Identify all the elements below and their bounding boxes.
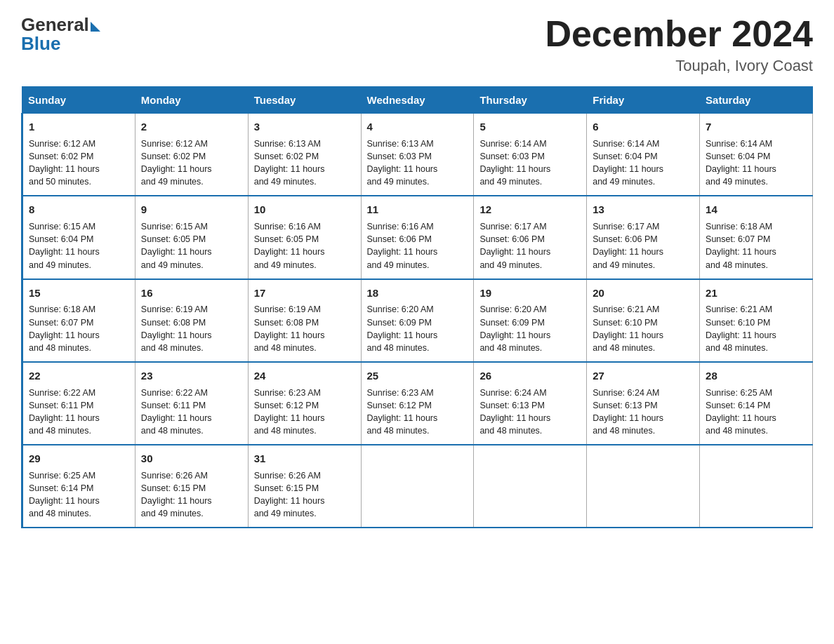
day-info: Sunrise: 6:20 AMSunset: 6:09 PMDaylight:… <box>479 304 550 352</box>
calendar-week-row: 1Sunrise: 6:12 AMSunset: 6:02 PMDaylight… <box>22 114 813 196</box>
day-info: Sunrise: 6:22 AMSunset: 6:11 PMDaylight:… <box>29 388 100 436</box>
day-number: 11 <box>367 202 468 217</box>
day-number: 30 <box>141 451 242 467</box>
day-info: Sunrise: 6:25 AMSunset: 6:14 PMDaylight:… <box>706 388 776 436</box>
day-number: 7 <box>706 119 807 135</box>
calendar-day-cell: 21Sunrise: 6:21 AMSunset: 6:10 PMDayligh… <box>700 279 813 362</box>
day-info: Sunrise: 6:21 AMSunset: 6:10 PMDaylight:… <box>593 304 663 352</box>
header-thursday: Thursday <box>474 87 587 114</box>
day-number: 4 <box>367 119 468 135</box>
calendar-day-cell: 3Sunrise: 6:13 AMSunset: 6:02 PMDaylight… <box>248 114 361 196</box>
day-number: 8 <box>29 202 129 217</box>
calendar-day-cell: 14Sunrise: 6:18 AMSunset: 6:07 PMDayligh… <box>700 196 813 279</box>
calendar-day-cell: 17Sunrise: 6:19 AMSunset: 6:08 PMDayligh… <box>248 279 361 362</box>
day-number: 13 <box>593 202 694 217</box>
day-number: 12 <box>479 202 581 217</box>
day-number: 20 <box>593 286 694 301</box>
day-number: 19 <box>479 286 581 301</box>
day-number: 26 <box>479 368 581 384</box>
calendar-day-cell: 22Sunrise: 6:22 AMSunset: 6:11 PMDayligh… <box>22 362 135 445</box>
day-number: 6 <box>593 119 694 135</box>
calendar-day-cell: 5Sunrise: 6:14 AMSunset: 6:03 PMDaylight… <box>474 114 587 196</box>
calendar-day-cell: 8Sunrise: 6:15 AMSunset: 6:04 PMDaylight… <box>22 196 135 279</box>
calendar-table: Sunday Monday Tuesday Wednesday Thursday… <box>21 86 813 528</box>
calendar-day-cell: 7Sunrise: 6:14 AMSunset: 6:04 PMDaylight… <box>700 114 813 196</box>
calendar-week-row: 15Sunrise: 6:18 AMSunset: 6:07 PMDayligh… <box>22 279 813 362</box>
calendar-day-cell <box>587 445 700 528</box>
day-info: Sunrise: 6:16 AMSunset: 6:06 PMDaylight:… <box>367 222 438 269</box>
logo-arrow-icon <box>91 22 100 32</box>
day-info: Sunrise: 6:15 AMSunset: 6:05 PMDaylight:… <box>141 222 212 269</box>
day-info: Sunrise: 6:26 AMSunset: 6:15 PMDaylight:… <box>254 471 325 518</box>
calendar-day-cell <box>700 445 813 528</box>
day-number: 23 <box>141 368 242 384</box>
calendar-day-cell: 20Sunrise: 6:21 AMSunset: 6:10 PMDayligh… <box>587 279 700 362</box>
header-tuesday: Tuesday <box>248 87 361 114</box>
page-header: General Blue December 2024 Toupah, Ivory… <box>21 14 813 75</box>
day-info: Sunrise: 6:19 AMSunset: 6:08 PMDaylight:… <box>141 304 212 352</box>
calendar-day-cell <box>474 445 587 528</box>
calendar-day-cell: 27Sunrise: 6:24 AMSunset: 6:13 PMDayligh… <box>587 362 700 445</box>
day-info: Sunrise: 6:17 AMSunset: 6:06 PMDaylight:… <box>593 222 663 269</box>
day-info: Sunrise: 6:24 AMSunset: 6:13 PMDaylight:… <box>593 388 663 436</box>
day-number: 3 <box>254 119 355 135</box>
day-info: Sunrise: 6:24 AMSunset: 6:13 PMDaylight:… <box>479 388 550 436</box>
calendar-week-row: 8Sunrise: 6:15 AMSunset: 6:04 PMDaylight… <box>22 196 813 279</box>
day-info: Sunrise: 6:20 AMSunset: 6:09 PMDaylight:… <box>367 304 438 352</box>
day-info: Sunrise: 6:17 AMSunset: 6:06 PMDaylight:… <box>479 222 550 269</box>
day-info: Sunrise: 6:12 AMSunset: 6:02 PMDaylight:… <box>29 139 100 187</box>
day-info: Sunrise: 6:22 AMSunset: 6:11 PMDaylight:… <box>141 388 212 436</box>
calendar-header-row: Sunday Monday Tuesday Wednesday Thursday… <box>22 87 813 114</box>
calendar-day-cell: 6Sunrise: 6:14 AMSunset: 6:04 PMDaylight… <box>587 114 700 196</box>
day-info: Sunrise: 6:25 AMSunset: 6:14 PMDaylight:… <box>29 471 100 518</box>
day-number: 17 <box>254 286 355 301</box>
day-info: Sunrise: 6:13 AMSunset: 6:02 PMDaylight:… <box>254 139 325 187</box>
day-number: 9 <box>141 202 242 217</box>
day-number: 5 <box>479 119 581 135</box>
day-info: Sunrise: 6:13 AMSunset: 6:03 PMDaylight:… <box>367 139 438 187</box>
calendar-day-cell: 2Sunrise: 6:12 AMSunset: 6:02 PMDaylight… <box>135 114 248 196</box>
day-info: Sunrise: 6:26 AMSunset: 6:15 PMDaylight:… <box>141 471 212 518</box>
day-info: Sunrise: 6:18 AMSunset: 6:07 PMDaylight:… <box>706 222 776 269</box>
calendar-day-cell: 19Sunrise: 6:20 AMSunset: 6:09 PMDayligh… <box>474 279 587 362</box>
logo: General Blue <box>21 14 100 55</box>
calendar-day-cell: 9Sunrise: 6:15 AMSunset: 6:05 PMDaylight… <box>135 196 248 279</box>
day-info: Sunrise: 6:18 AMSunset: 6:07 PMDaylight:… <box>29 304 100 352</box>
logo-blue-text: Blue <box>21 33 60 55</box>
calendar-day-cell: 25Sunrise: 6:23 AMSunset: 6:12 PMDayligh… <box>361 362 474 445</box>
day-info: Sunrise: 6:15 AMSunset: 6:04 PMDaylight:… <box>29 222 100 269</box>
day-number: 29 <box>29 451 129 467</box>
calendar-day-cell: 24Sunrise: 6:23 AMSunset: 6:12 PMDayligh… <box>248 362 361 445</box>
day-number: 22 <box>29 368 129 384</box>
day-info: Sunrise: 6:16 AMSunset: 6:05 PMDaylight:… <box>254 222 325 269</box>
day-info: Sunrise: 6:12 AMSunset: 6:02 PMDaylight:… <box>141 139 212 187</box>
day-number: 25 <box>367 368 468 384</box>
header-saturday: Saturday <box>700 87 813 114</box>
location-subtitle: Toupah, Ivory Coast <box>545 57 813 75</box>
day-info: Sunrise: 6:14 AMSunset: 6:04 PMDaylight:… <box>706 139 776 187</box>
calendar-day-cell: 10Sunrise: 6:16 AMSunset: 6:05 PMDayligh… <box>248 196 361 279</box>
calendar-day-cell: 26Sunrise: 6:24 AMSunset: 6:13 PMDayligh… <box>474 362 587 445</box>
day-info: Sunrise: 6:14 AMSunset: 6:04 PMDaylight:… <box>593 139 663 187</box>
day-number: 28 <box>706 368 807 384</box>
day-info: Sunrise: 6:23 AMSunset: 6:12 PMDaylight:… <box>367 388 438 436</box>
day-number: 14 <box>706 202 807 217</box>
calendar-day-cell: 1Sunrise: 6:12 AMSunset: 6:02 PMDaylight… <box>22 114 135 196</box>
calendar-day-cell: 4Sunrise: 6:13 AMSunset: 6:03 PMDaylight… <box>361 114 474 196</box>
calendar-day-cell: 30Sunrise: 6:26 AMSunset: 6:15 PMDayligh… <box>135 445 248 528</box>
day-info: Sunrise: 6:23 AMSunset: 6:12 PMDaylight:… <box>254 388 325 436</box>
calendar-day-cell: 12Sunrise: 6:17 AMSunset: 6:06 PMDayligh… <box>474 196 587 279</box>
calendar-day-cell: 29Sunrise: 6:25 AMSunset: 6:14 PMDayligh… <box>22 445 135 528</box>
header-monday: Monday <box>135 87 248 114</box>
day-number: 27 <box>593 368 694 384</box>
calendar-day-cell: 15Sunrise: 6:18 AMSunset: 6:07 PMDayligh… <box>22 279 135 362</box>
day-number: 24 <box>254 368 355 384</box>
day-info: Sunrise: 6:21 AMSunset: 6:10 PMDaylight:… <box>706 304 776 352</box>
header-sunday: Sunday <box>22 87 135 114</box>
calendar-day-cell: 11Sunrise: 6:16 AMSunset: 6:06 PMDayligh… <box>361 196 474 279</box>
calendar-day-cell: 31Sunrise: 6:26 AMSunset: 6:15 PMDayligh… <box>248 445 361 528</box>
calendar-day-cell: 23Sunrise: 6:22 AMSunset: 6:11 PMDayligh… <box>135 362 248 445</box>
day-number: 2 <box>141 119 242 135</box>
day-number: 10 <box>254 202 355 217</box>
calendar-day-cell: 16Sunrise: 6:19 AMSunset: 6:08 PMDayligh… <box>135 279 248 362</box>
